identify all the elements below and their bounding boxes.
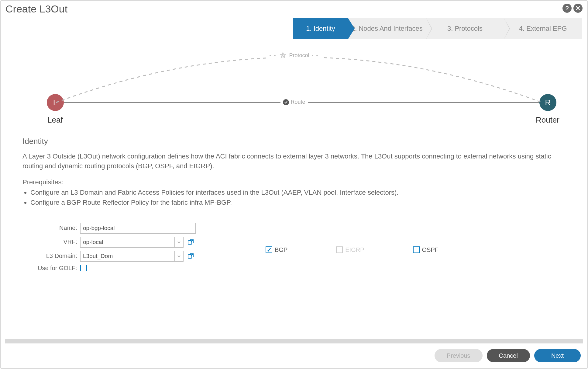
prereq-list: Configure an L3 Domain and Fabric Access… — [30, 187, 566, 207]
chevron-down-icon — [177, 240, 181, 244]
proto-ospf: OSPF — [413, 225, 438, 275]
dialog-title: Create L3Out — [5, 3, 67, 15]
step-label: 1. Identity — [306, 25, 335, 33]
router-label: Router — [536, 115, 559, 125]
vrf-input[interactable] — [80, 237, 174, 248]
svg-marker-0 — [280, 52, 286, 58]
proto-bgp: BGP — [266, 225, 287, 275]
dialog-header: Create L3Out ? — [1, 1, 587, 15]
header-icons: ? — [562, 4, 583, 13]
form-left: Name: VRF: — [22, 223, 217, 275]
wizard-steps: 1. Identity 2. Nodes And Interfaces 3. P… — [293, 18, 582, 39]
proto-eigrp: EIGRP — [336, 225, 364, 275]
identity-description: A Layer 3 Outside (L3Out) network config… — [22, 151, 566, 171]
create-l3out-dialog: Create L3Out ? 1. Identity 2. Nodes And … — [1, 1, 587, 368]
prereq-item: Configure a BGP Route Reflector Policy f… — [30, 197, 566, 207]
name-input[interactable] — [80, 223, 196, 234]
previous-button: Previous — [435, 349, 483, 362]
row-vrf: VRF: — [22, 237, 217, 248]
svg-rect-2 — [188, 255, 192, 258]
row-l3domain: L3 Domain: — [22, 251, 217, 262]
prereq-heading: Prerequisites: — [22, 178, 566, 186]
label-vrf: VRF: — [22, 238, 77, 245]
protocol-label: Protocol — [289, 52, 309, 59]
step-nodes-interfaces[interactable]: 2. Nodes And Interfaces — [348, 18, 426, 39]
step-label: 2. Nodes And Interfaces — [351, 25, 423, 33]
help-icon[interactable]: ? — [562, 4, 572, 13]
l3domain-popout-button[interactable] — [187, 252, 194, 260]
bgp-label: BGP — [275, 246, 287, 253]
identity-heading: Identity — [22, 137, 566, 146]
vrf-popout-button[interactable] — [187, 238, 194, 246]
protocol-checkboxes: BGP EIGRP OSPF — [266, 225, 438, 275]
eigrp-label: EIGRP — [345, 246, 364, 253]
prereq-item: Configure an L3 Domain and Fabric Access… — [30, 187, 566, 197]
vrf-select — [80, 237, 184, 248]
protocol-badge: - - Protocol - - — [266, 51, 322, 59]
leaf-label: Leaf — [47, 115, 63, 125]
step-label: 3. Protocols — [447, 25, 483, 33]
golf-checkbox[interactable] — [80, 265, 87, 271]
route-badge: Route — [280, 99, 308, 105]
topology-diagram: - - Protocol - - L Leaf Route R Router — [19, 48, 569, 134]
step-label: 4. External EPG — [519, 25, 567, 33]
eigrp-checkbox — [336, 246, 343, 253]
vrf-dropdown-button[interactable] — [174, 237, 184, 248]
ospf-checkbox[interactable] — [413, 246, 420, 253]
chevron-down-icon — [177, 254, 181, 258]
route-check-icon — [283, 99, 289, 105]
close-icon[interactable] — [573, 4, 583, 13]
svg-rect-1 — [188, 241, 192, 244]
ospf-label: OSPF — [422, 246, 438, 253]
popout-icon — [187, 252, 194, 260]
step-external-epg[interactable]: 4. External EPG — [504, 18, 582, 39]
l3domain-input[interactable] — [80, 251, 174, 262]
step-protocols[interactable]: 3. Protocols — [426, 18, 504, 39]
popout-icon — [187, 238, 194, 246]
l3domain-select — [80, 251, 184, 262]
cancel-button[interactable]: Cancel — [487, 349, 530, 362]
horizontal-scrollbar[interactable] — [5, 339, 583, 343]
row-name: Name: — [22, 223, 217, 234]
identity-section: Identity A Layer 3 Outside (L3Out) netwo… — [22, 137, 566, 275]
route-label: Route — [291, 99, 305, 105]
label-name: Name: — [22, 225, 77, 231]
protocol-star-icon — [279, 51, 287, 59]
label-l3domain: L3 Domain: — [22, 252, 77, 259]
l3domain-dropdown-button[interactable] — [174, 251, 184, 262]
form-area: Name: VRF: — [22, 223, 566, 275]
bgp-checkbox[interactable] — [266, 246, 272, 253]
row-golf: Use for GOLF: — [22, 265, 217, 272]
next-button[interactable]: Next — [534, 349, 581, 362]
dialog-footer: Previous Cancel Next — [435, 349, 581, 362]
label-golf: Use for GOLF: — [22, 265, 77, 272]
step-identity[interactable]: 1. Identity — [293, 18, 348, 39]
